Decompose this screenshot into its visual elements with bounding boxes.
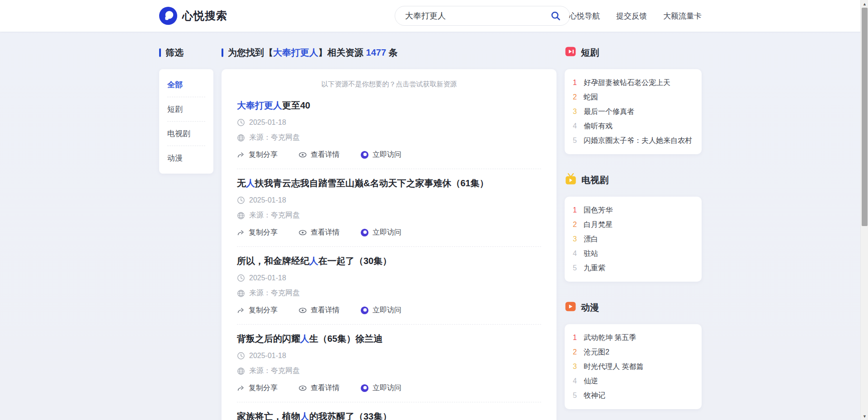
copy-share-button[interactable]: 复制分享 [237,306,278,315]
view-detail-button[interactable]: 查看详情 [298,150,340,160]
globe-icon [237,367,245,375]
eye-icon [298,228,307,237]
rank-item[interactable]: 2沧元图2 [565,345,702,359]
scrollbar[interactable]: ▲ ▼ [860,0,868,420]
result-source-row: 来源：夸克网盘 [237,366,541,376]
filter-sidebar: 筛选 全部短剧电视剧动漫 [159,47,213,174]
filter-item-1[interactable]: 短剧 [167,97,205,122]
result-source: 来源：夸克网盘 [249,366,300,376]
result-title[interactable]: 背叛之后的闪耀人生（65集）徐兰迪 [237,332,541,345]
filter-item-2[interactable]: 电视剧 [167,122,205,146]
anime-play-icon [565,301,576,314]
brand[interactable]: 心悦搜索 [159,7,227,25]
rank-item[interactable]: 5牧神记 [565,388,702,403]
heading-accent-bar [222,48,223,57]
visit-now-button[interactable]: 立即访问 [360,383,401,393]
rank-item-title: 仙逆 [584,377,598,386]
results-count: 1477 [366,47,387,57]
rank-item[interactable]: 5九重紫 [565,261,702,275]
search-button[interactable] [549,9,562,23]
rank-item[interactable]: 2蛇园 [565,90,702,104]
heading-accent-bar [159,48,161,57]
filter-heading: 筛选 [159,47,213,58]
copy-share-button[interactable]: 复制分享 [237,228,278,237]
result-title[interactable]: 大奉打更人更至40 [237,99,541,112]
clock-icon [237,274,245,282]
result-date-row: 2025-01-18 [237,118,541,127]
rank-number: 1 [573,206,584,214]
result-date: 2025-01-18 [249,196,286,204]
nav-link-data-card[interactable]: 大额流量卡 [663,11,702,21]
filter-item-0[interactable]: 全部 [167,73,205,97]
result-item: 背叛之后的闪耀人生（65集）徐兰迪 2025-01-18 来源：夸克网盘 复制分… [237,325,541,402]
rank-item[interactable]: 3最后一个修真者 [565,104,702,119]
result-date-row: 2025-01-18 [237,274,541,282]
filter-item-3[interactable]: 动漫 [167,146,205,170]
result-item: 所以，和金牌经纪人在一起了（30集） 2025-01-18 来源：夸克网盘 复制… [237,247,541,325]
rank-number: 5 [573,137,584,145]
result-item: 大奉打更人更至40 2025-01-18 来源：夸克网盘 复制分享 [237,91,541,169]
result-title[interactable]: 无人扶我青云志我自踏雪至山巅&名动天下之家事难休（61集） [237,176,541,190]
rank-item[interactable]: 5闪婚京圈太子爷：夫人她来自农村 [565,133,702,148]
view-detail-button[interactable]: 查看详情 [298,383,340,393]
rank-number: 1 [573,79,584,87]
rank-item[interactable]: 4偷听有戏 [565,119,702,133]
results-heading-keyword: 大奉打更人 [273,47,318,57]
result-title[interactable]: 所以，和金牌经纪人在一起了（30集） [237,254,541,268]
visit-circle-icon [360,151,369,159]
visit-now-button[interactable]: 立即访问 [360,150,401,160]
eye-icon [298,306,307,315]
rank-item[interactable]: 1好孕甜妻被钻石老公宠上天 [565,76,702,90]
result-date-row: 2025-01-18 [237,196,541,204]
scrollbar-up-arrow-icon[interactable]: ▲ [861,0,868,8]
rank-item[interactable]: 3时光代理人 英都篇 [565,359,702,374]
rank-card: 1武动乾坤 第五季2沧元图23时光代理人 英都篇4仙逆5牧神记 [565,324,702,409]
rank-item[interactable]: 1国色芳华 [565,203,702,217]
result-title[interactable]: 家族将亡，植物人的我苏醒了（33集） [237,410,541,420]
scrollbar-thumb[interactable] [862,8,868,226]
results-main: 为您找到【大奉打更人】相关资源 1477 条 以下资源不是你想要的？点击尝试获取… [222,47,557,420]
visit-circle-icon [360,384,369,392]
result-actions: 复制分享 查看详情 立即访问 [237,150,541,160]
view-detail-button[interactable]: 查看详情 [298,306,340,315]
rank-item-title: 驻站 [584,249,598,259]
rank-heading: 动漫 [565,302,702,313]
rank-item-title: 沧元图2 [584,348,609,357]
nav-link-navigation[interactable]: 心悦导航 [569,11,600,21]
rank-card: 1国色芳华2白月梵星3漂白4驻站5九重紫 [565,197,702,282]
results-heading: 为您找到【大奉打更人】相关资源 1477 条 [222,47,557,58]
result-date-row: 2025-01-18 [237,352,541,360]
visit-circle-icon [360,306,369,315]
rank-section: 动漫 1武动乾坤 第五季2沧元图23时光代理人 英都篇4仙逆5牧神记 [565,302,702,409]
rank-item[interactable]: 4仙逆 [565,374,702,388]
rank-section-title: 短剧 [581,47,599,59]
rank-item[interactable]: 3漂白 [565,232,702,246]
rank-item-title: 蛇园 [584,93,598,102]
result-source: 来源：夸克网盘 [249,288,300,298]
copy-share-button[interactable]: 复制分享 [237,150,278,160]
search-input[interactable] [405,11,549,21]
result-actions: 复制分享 查看详情 立即访问 [237,306,541,315]
scrollbar-down-arrow-icon[interactable]: ▼ [861,412,868,420]
view-detail-button[interactable]: 查看详情 [298,228,340,237]
result-source-row: 来源：夸克网盘 [237,133,541,142]
result-item: 家族将亡，植物人的我苏醒了（33集） 2025-01-18 来源：夸克网盘 复制… [237,402,541,420]
rank-item[interactable]: 4驻站 [565,246,702,261]
result-actions: 复制分享 查看详情 立即访问 [237,228,541,237]
visit-now-button[interactable]: 立即访问 [360,228,401,237]
result-list: 大奉打更人更至40 2025-01-18 来源：夸克网盘 复制分享 [237,91,541,420]
rank-number: 3 [573,363,584,371]
rank-item-title: 武动乾坤 第五季 [584,333,636,343]
tv-icon [565,173,577,187]
rank-item-title: 闪婚京圈太子爷：夫人她来自农村 [584,136,692,146]
result-date: 2025-01-18 [249,274,286,282]
filter-title: 筛选 [165,47,184,59]
refresh-notice[interactable]: 以下资源不是你想要的？点击尝试获取新资源 [237,80,541,89]
rank-item[interactable]: 1武动乾坤 第五季 [565,330,702,345]
copy-share-button[interactable]: 复制分享 [237,383,278,393]
visit-now-button[interactable]: 立即访问 [360,306,401,315]
rank-item[interactable]: 2白月梵星 [565,217,702,232]
share-icon [237,229,245,237]
nav-link-feedback[interactable]: 提交反馈 [616,11,647,21]
result-date: 2025-01-18 [249,118,286,127]
